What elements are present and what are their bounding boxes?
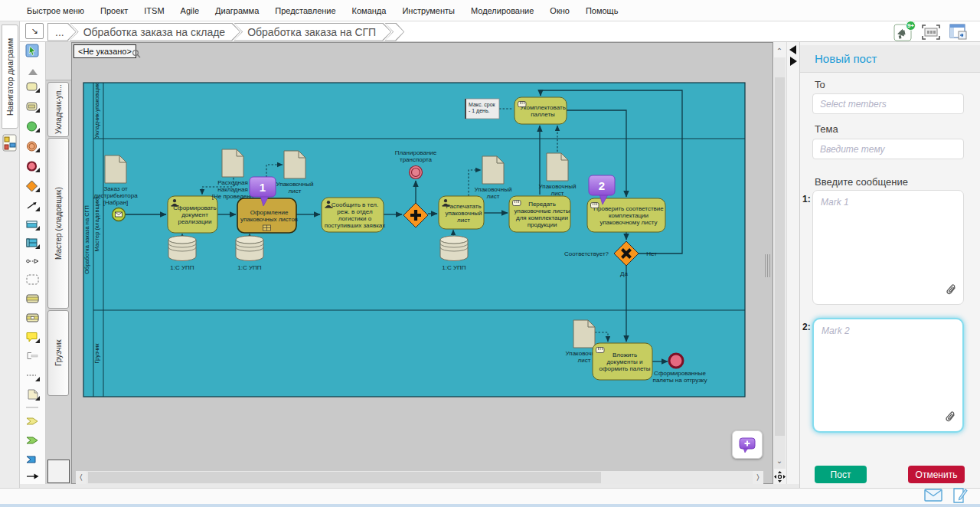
shape-palette <box>20 42 46 484</box>
menu-item-9[interactable]: Окно <box>550 6 570 15</box>
callout-number: 2 <box>599 179 605 192</box>
compose-icon[interactable] <box>953 488 968 506</box>
palette-tag-yellow-icon[interactable] <box>25 414 41 428</box>
palette-end-event-icon[interactable] <box>25 159 41 173</box>
message2-textarea[interactable] <box>814 319 962 431</box>
menu-item-0[interactable]: Быстрое меню <box>27 6 84 15</box>
toolbar-right-icons: 9+ <box>893 22 969 41</box>
diagram-tab[interactable]: <Не указано> <box>74 44 136 58</box>
menu-item-10[interactable]: Помощь <box>586 6 619 15</box>
diagram-navigator-icon[interactable] <box>2 133 18 156</box>
lane-header-tab-2[interactable]: Грузчик <box>47 310 69 396</box>
zoom-icon[interactable] <box>132 47 141 61</box>
vscroll-track[interactable] <box>774 57 786 469</box>
palette-group-icon[interactable] <box>25 273 41 286</box>
tab-diagram-navigator[interactable]: Навигатор диаграмм <box>2 25 18 129</box>
scroll-right-button[interactable]: 〉 <box>753 471 763 484</box>
post-button[interactable]: Пост <box>815 466 867 483</box>
scroll-up-button[interactable]: ⌃ <box>775 47 784 56</box>
bpmn-task[interactable]: Распечататьупаковочныйлист <box>439 196 484 229</box>
breadcrumb-tail <box>384 23 404 41</box>
pan-select-button[interactable]: ↘ <box>25 23 44 39</box>
bpmn-task[interactable]: Сообщить в тел.реж. в отделлогистики опо… <box>322 198 385 232</box>
collapse-left-icon[interactable] <box>789 45 796 54</box>
menu-item-4[interactable]: Диаграмма <box>215 6 259 15</box>
window-icon <box>949 24 968 41</box>
palette-start-event-icon[interactable] <box>25 119 41 133</box>
database-label: 1:С УПП <box>170 264 194 271</box>
bpmn-task[interactable]: Сформироватьдокументреализации <box>168 196 217 233</box>
palette-subprocess-icon[interactable] <box>25 292 41 306</box>
bpmn-start-event[interactable] <box>113 208 126 221</box>
menu-item-6[interactable]: Команда <box>352 6 387 15</box>
cancel-button[interactable]: Отменить <box>908 466 965 483</box>
collapse-right-icon[interactable] <box>790 57 797 66</box>
lane-header-tab-0[interactable]: Укладчик-уп... <box>47 82 69 137</box>
scroll-left-button[interactable]: 〈 <box>76 471 87 484</box>
announcements-button[interactable]: 9+ <box>893 23 914 41</box>
panel-title: Новый пост <box>815 52 877 65</box>
database-label: 1:С УПП <box>237 264 262 271</box>
vertical-scrollbar[interactable]: ⌃ ⌄ <box>773 42 786 484</box>
palette-intermediate-event-icon[interactable] <box>25 139 41 153</box>
palette-pool-icon[interactable] <box>25 236 41 250</box>
pool-label: Обработка заказа на СГП <box>83 205 90 274</box>
message1-textarea[interactable] <box>813 191 963 304</box>
flow-label: Нет <box>646 250 657 257</box>
subject-input[interactable] <box>812 139 964 159</box>
bpmn-task[interactable]: Вложитьдокументы иоформить палеты <box>593 343 652 380</box>
bpmn-task[interactable]: Проверить соответствиекомплектацииупаков… <box>587 198 665 232</box>
scroll-down-button[interactable]: ⌄ <box>775 456 784 466</box>
palette-sequence-flow-icon[interactable] <box>25 198 41 212</box>
attach-icon[interactable] <box>946 411 957 427</box>
lane-header-tab-1[interactable]: Мастер (кладовщик) <box>47 138 69 309</box>
menu-bar: Быстрое менюПроектITSMAgileДиаграммаПред… <box>0 0 980 21</box>
breadcrumb-item-1[interactable]: Обработка заказа на складе <box>70 23 240 41</box>
hscroll-thumb[interactable] <box>88 472 601 483</box>
bpmn-task[interactable]: Передатьупаковочные листыдля комплектаци… <box>509 196 570 232</box>
hscroll-track[interactable] <box>87 471 753 484</box>
mail-icon[interactable] <box>924 489 942 505</box>
palette-select-tool-icon[interactable] <box>25 44 41 57</box>
bpmn-database[interactable]: 1:С УПП <box>440 236 468 271</box>
palette-association-icon[interactable] <box>25 368 41 382</box>
bpmn-database[interactable]: 1:С УПП <box>236 236 263 271</box>
palette-lane-icon[interactable] <box>25 218 41 231</box>
palette-text-annotation-icon[interactable] <box>25 349 41 363</box>
pan-tool-icon[interactable] <box>773 470 786 486</box>
bpmn-task[interactable]: Оформлениеупаковочных листов <box>237 198 298 233</box>
palette-gateway-icon[interactable] <box>25 179 41 193</box>
horizontal-scrollbar[interactable]: 〈 〉 <box>76 471 763 484</box>
panel-collapse-control[interactable] <box>786 42 799 484</box>
palette-arrow-icon[interactable] <box>25 469 41 483</box>
menu-item-2[interactable]: ITSM <box>144 6 164 15</box>
palette-subprocess-variant-icon[interactable] <box>25 311 41 325</box>
bpmn-database[interactable]: 1:С УПП <box>168 236 196 271</box>
palette-scroll-up-icon[interactable] <box>25 65 41 79</box>
palette-task-icon[interactable] <box>25 80 41 93</box>
menu-item-3[interactable]: Agile <box>181 6 199 15</box>
menu-item-1[interactable]: Проект <box>100 6 128 15</box>
diagram-canvas[interactable]: Обработка заказа на СГПУкладчик-упаковщи… <box>71 42 773 484</box>
palette-tag-green-icon[interactable] <box>25 433 41 447</box>
palette-link-event-icon[interactable] <box>25 254 41 268</box>
to-input[interactable] <box>812 93 964 114</box>
bpmn-text-annotation[interactable]: Макс. срок- 1 день. <box>466 99 499 119</box>
bpmn-task[interactable]: Укомплектоватьпаллеты <box>514 97 567 124</box>
palette-note-icon[interactable] <box>25 330 41 344</box>
breadcrumb-item-2[interactable]: Обработка заказа на СГП <box>234 23 391 41</box>
palette-document-icon[interactable] <box>25 388 41 401</box>
menu-item-7[interactable]: Инструменты <box>402 6 455 15</box>
lane-header-top-block <box>46 42 71 80</box>
splitter-grip[interactable] <box>764 254 771 277</box>
window-layout-button[interactable] <box>948 23 969 41</box>
menu-item-5[interactable]: Представление <box>275 6 335 15</box>
vscroll-thumb[interactable] <box>775 77 785 436</box>
add-comment-button[interactable] <box>732 430 763 459</box>
palette-task-variant-icon[interactable] <box>25 100 41 113</box>
menu-item-8[interactable]: Моделирование <box>471 6 534 15</box>
attach-icon[interactable] <box>946 284 958 299</box>
palette-tag-blue-icon[interactable] <box>25 453 41 466</box>
document-label: Расходнаянакладная[Не проведенн <box>212 179 253 200</box>
frame-select-button[interactable] <box>920 23 942 41</box>
